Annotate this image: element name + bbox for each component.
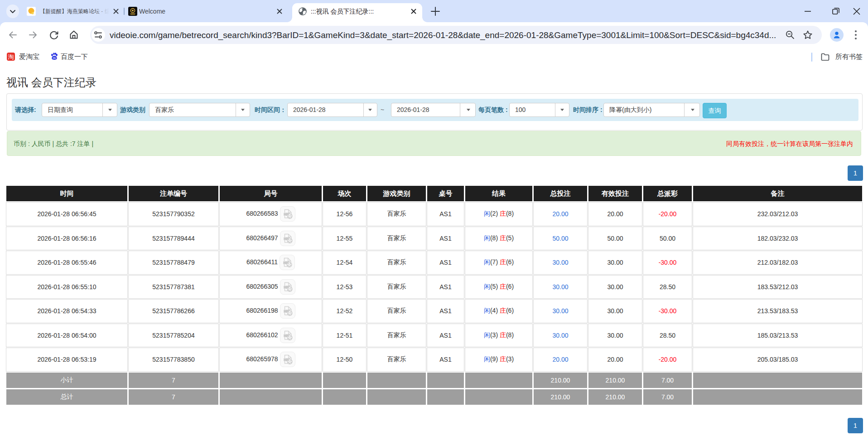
svg-text:du: du xyxy=(53,56,56,59)
